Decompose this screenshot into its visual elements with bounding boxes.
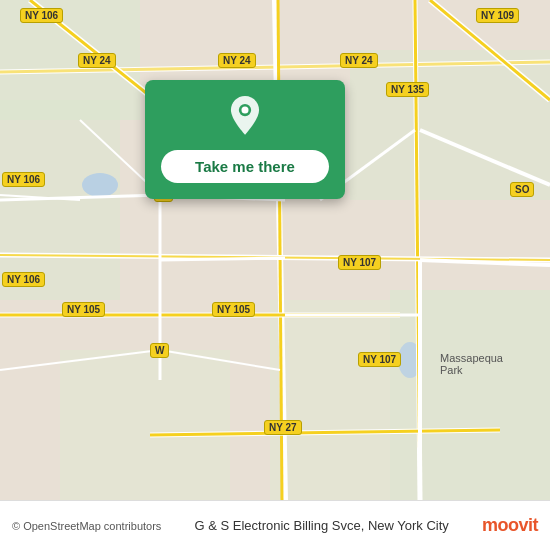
map-container: NY 106 NY 24 NY 24 NY 24 NY 109 NY 135 N…	[0, 0, 550, 500]
svg-line-27	[160, 258, 285, 260]
road-label-ny106-l3: NY 106	[2, 272, 45, 287]
road-label-ny24-2: NY 24	[218, 53, 256, 68]
take-me-there-button[interactable]: Take me there	[161, 150, 329, 183]
location-card: Take me there	[145, 80, 345, 199]
road-label-ny24-1: NY 24	[78, 53, 116, 68]
road-label-ny27: NY 27	[264, 420, 302, 435]
location-pin-icon	[223, 96, 267, 140]
attribution-text: © OpenStreetMap contributors	[12, 520, 161, 532]
road-label-ny107-b: NY 107	[358, 352, 401, 367]
road-label-ny106-l2: NY 106	[2, 172, 45, 187]
road-label-ny106-tl: NY 106	[20, 8, 63, 23]
moovit-logo: moovit	[482, 515, 538, 536]
road-label-ny109: NY 109	[476, 8, 519, 23]
svg-rect-5	[270, 300, 390, 500]
road-label-ny135: NY 135	[386, 82, 429, 97]
bottom-bar: © OpenStreetMap contributors G & S Elect…	[0, 500, 550, 550]
road-label-ny105-bl: NY 105	[62, 302, 105, 317]
road-label-so: SO	[510, 182, 534, 197]
road-label-ny24-3: NY 24	[340, 53, 378, 68]
road-label-w-bl: W	[150, 343, 169, 358]
svg-point-39	[241, 107, 248, 114]
location-title: G & S Electronic Billing Svce, New York …	[195, 518, 449, 533]
road-label-ny107-m: NY 107	[338, 255, 381, 270]
road-label-ny105-bm: NY 105	[212, 302, 255, 317]
svg-rect-4	[390, 290, 550, 500]
svg-rect-6	[60, 350, 230, 500]
svg-point-7	[82, 173, 118, 197]
massapequa-label: MassapequaPark	[440, 352, 503, 376]
